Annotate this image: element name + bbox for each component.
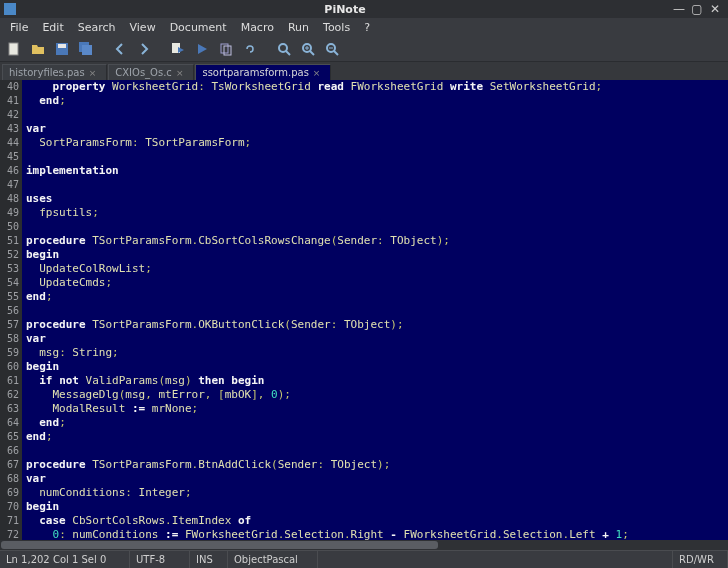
copy-icon[interactable]	[216, 39, 236, 59]
code-line[interactable]: procedure TSortParamsForm.BtnAddClick(Se…	[26, 458, 728, 472]
code-line[interactable]: uses	[26, 192, 728, 206]
tab-label: historyfiles.pas	[9, 67, 85, 78]
code-line[interactable]	[26, 304, 728, 318]
tab-close-icon[interactable]: ×	[313, 68, 321, 78]
code-area[interactable]: property WorksheetGrid: TsWorksheetGrid …	[22, 80, 728, 540]
code-line[interactable]	[26, 220, 728, 234]
code-editor[interactable]: 4041424344454647484950515253545556575859…	[0, 80, 728, 540]
tab-historyfiles-pas[interactable]: historyfiles.pas×	[2, 64, 107, 80]
code-line[interactable]: end;	[26, 430, 728, 444]
code-line[interactable]: procedure TSortParamsForm.OKButtonClick(…	[26, 318, 728, 332]
menu-macro[interactable]: Macro	[235, 20, 280, 35]
titlebar: PiNote — ▢ ✕	[0, 0, 728, 18]
line-gutter: 4041424344454647484950515253545556575859…	[0, 80, 22, 540]
svg-rect-2	[58, 44, 66, 48]
link-icon[interactable]	[240, 39, 260, 59]
status-spacer	[318, 551, 673, 568]
tab-close-icon[interactable]: ×	[176, 68, 184, 78]
code-line[interactable]: procedure TSortParamsForm.CbSortColsRows…	[26, 234, 728, 248]
save-all-icon[interactable]	[76, 39, 96, 59]
status-position: Ln 1,202 Col 1 Sel 0	[0, 551, 130, 568]
menu-file[interactable]: File	[4, 20, 34, 35]
svg-rect-0	[9, 43, 18, 55]
run-file-icon[interactable]	[168, 39, 188, 59]
code-line[interactable]: var	[26, 472, 728, 486]
svg-point-10	[279, 44, 287, 52]
play-icon[interactable]	[192, 39, 212, 59]
code-line[interactable]: fpsutils;	[26, 206, 728, 220]
tab-ssortparamsform-pas[interactable]: ssortparamsform.pas×	[195, 64, 331, 80]
open-icon[interactable]	[28, 39, 48, 59]
menu-run[interactable]: Run	[282, 20, 315, 35]
tabbar: historyfiles.pas×CXIOs_Os.c×ssortparamsf…	[0, 62, 728, 80]
code-line[interactable]: end;	[26, 416, 728, 430]
code-line[interactable]: end;	[26, 94, 728, 108]
code-line[interactable]: implementation	[26, 164, 728, 178]
toolbar	[0, 36, 728, 62]
tab-close-icon[interactable]: ×	[89, 68, 97, 78]
horizontal-scrollbar[interactable]	[0, 540, 728, 550]
tab-label: ssortparamsform.pas	[202, 67, 308, 78]
status-encoding: UTF-8	[130, 551, 190, 568]
menu-view[interactable]: View	[124, 20, 162, 35]
code-line[interactable]: SortParamsForm: TSortParamsForm;	[26, 136, 728, 150]
save-icon[interactable]	[52, 39, 72, 59]
search-icon[interactable]	[274, 39, 294, 59]
code-line[interactable]: end;	[26, 290, 728, 304]
code-line[interactable]: property WorksheetGrid: TsWorksheetGrid …	[26, 80, 728, 94]
code-line[interactable]: case CbSortColsRows.ItemIndex of	[26, 514, 728, 528]
maximize-button[interactable]: ▢	[688, 2, 706, 16]
svg-rect-4	[82, 45, 92, 55]
statusbar: Ln 1,202 Col 1 Sel 0 UTF-8 INS ObjectPas…	[0, 550, 728, 568]
code-line[interactable]	[26, 108, 728, 122]
code-line[interactable]: UpdateCmds;	[26, 276, 728, 290]
menu-search[interactable]: Search	[72, 20, 122, 35]
status-rights: RD/WR	[673, 551, 728, 568]
code-line[interactable]: var	[26, 332, 728, 346]
code-line[interactable]	[26, 178, 728, 192]
code-line[interactable]	[26, 444, 728, 458]
forward-icon[interactable]	[134, 39, 154, 59]
scrollbar-thumb[interactable]	[1, 541, 438, 549]
svg-marker-7	[198, 44, 207, 54]
status-insert-mode: INS	[190, 551, 228, 568]
code-line[interactable]: UpdateColRowList;	[26, 262, 728, 276]
code-line[interactable]: if not ValidParams(msg) then begin	[26, 374, 728, 388]
tab-label: CXIOs_Os.c	[115, 67, 172, 78]
code-line[interactable]: var	[26, 122, 728, 136]
svg-line-13	[310, 51, 314, 55]
menu-tools[interactable]: Tools	[317, 20, 356, 35]
app-icon	[4, 3, 16, 15]
new-file-icon[interactable]	[4, 39, 24, 59]
window-title: PiNote	[20, 3, 670, 16]
tab-CXIOs_Os-c[interactable]: CXIOs_Os.c×	[108, 64, 194, 80]
code-line[interactable]: ModalResult := mrNone;	[26, 402, 728, 416]
code-line[interactable]: numConditions: Integer;	[26, 486, 728, 500]
svg-line-11	[286, 51, 290, 55]
zoom-in-icon[interactable]	[298, 39, 318, 59]
close-button[interactable]: ✕	[706, 2, 724, 16]
menu-help[interactable]: ?	[358, 20, 376, 35]
svg-line-17	[334, 51, 338, 55]
menubar: FileEditSearchViewDocumentMacroRunTools?	[0, 18, 728, 36]
code-line[interactable]: begin	[26, 500, 728, 514]
zoom-out-icon[interactable]	[322, 39, 342, 59]
menu-document[interactable]: Document	[164, 20, 233, 35]
back-icon[interactable]	[110, 39, 130, 59]
menu-edit[interactable]: Edit	[36, 20, 69, 35]
code-line[interactable]	[26, 150, 728, 164]
svg-marker-6	[178, 47, 184, 53]
code-line[interactable]: begin	[26, 360, 728, 374]
code-line[interactable]: MessageDlg(msg, mtError, [mbOK], 0);	[26, 388, 728, 402]
code-line[interactable]: begin	[26, 248, 728, 262]
status-language: ObjectPascal	[228, 551, 318, 568]
code-line[interactable]: 0: numConditions := FWorksheetGrid.Selec…	[26, 528, 728, 540]
code-line[interactable]: msg: String;	[26, 346, 728, 360]
minimize-button[interactable]: —	[670, 2, 688, 16]
